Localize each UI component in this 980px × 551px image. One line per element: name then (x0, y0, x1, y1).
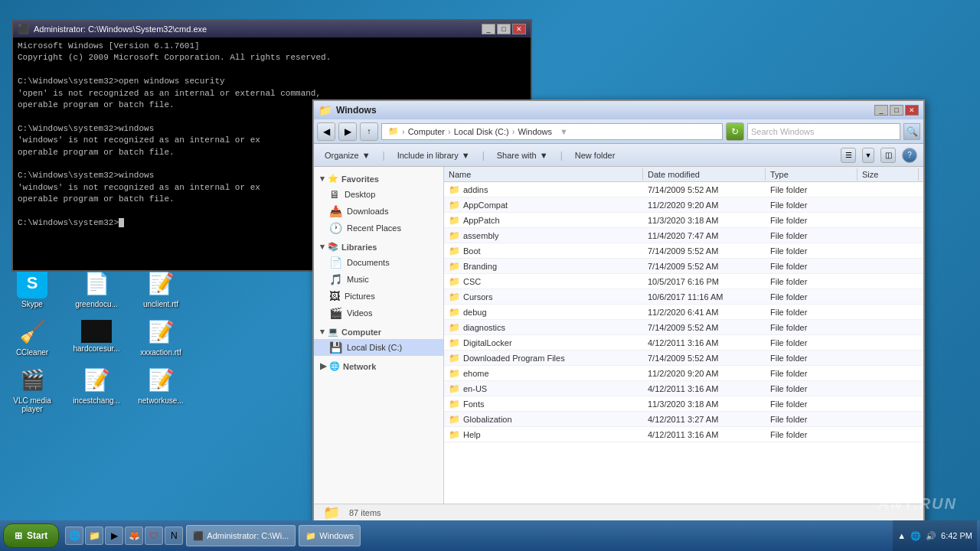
start-label: Start (27, 530, 47, 541)
file-type-cell: File folder (766, 276, 858, 288)
desktop-icon-netuse[interactable]: 📝 networkuse... (136, 364, 185, 413)
column-name[interactable]: Name (444, 168, 643, 181)
sidebar-computer-header[interactable]: ▾ 💻 Computer (314, 324, 443, 339)
libraries-icon: 📚 (328, 242, 338, 252)
refresh-button[interactable]: ↻ (726, 122, 744, 141)
table-row[interactable]: 📁 AppCompat 11/2/2020 9:20 AM File folde… (444, 197, 923, 213)
explorer-restore-btn[interactable]: □ (890, 105, 903, 116)
firefox-taskbar-btn[interactable]: 🦊 (125, 527, 143, 545)
desktop-icon-vlc[interactable]: 🎬 VLC media player (8, 364, 57, 413)
file-type-cell: File folder (766, 352, 858, 364)
videos-sidebar-label: Videos (347, 308, 372, 318)
share-with-dropdown-icon: ▼ (540, 151, 548, 160)
table-row[interactable]: 📁 AppPatch 11/3/2020 3:18 AM File folder (444, 213, 923, 228)
table-row[interactable]: 📁 addins 7/14/2009 5:52 AM File folder (444, 182, 923, 197)
sidebar-favorites-header[interactable]: ▾ ⭐ Favorites (314, 171, 443, 186)
sidebar-item-desktop[interactable]: 🖥 Desktop (314, 186, 443, 203)
desktop-icon-incest[interactable]: 📝 incestchang... (72, 364, 121, 413)
view-details-button[interactable]: ☰ (841, 148, 856, 163)
sidebar-item-music[interactable]: 🎵 Music (314, 271, 443, 288)
table-row[interactable]: 📁 Help 4/12/2011 3:16 AM File folder (444, 427, 923, 442)
help-button[interactable]: ? (902, 148, 917, 163)
file-date-cell: 4/12/2011 3:16 AM (643, 337, 766, 349)
new-folder-button[interactable]: New folder (570, 149, 620, 161)
table-row[interactable]: 📁 CSC 10/5/2017 6:16 PM File folder (444, 274, 923, 289)
column-date[interactable]: Date modified (643, 168, 766, 181)
file-size-cell (858, 387, 919, 390)
sidebar-item-documents[interactable]: 📄 Documents (314, 254, 443, 271)
table-row[interactable]: 📁 Cursors 10/6/2017 11:16 AM File folder (444, 289, 923, 305)
favorites-label: Favorites (341, 174, 379, 184)
table-row[interactable]: 📁 Boot 7/14/2009 5:52 AM File folder (444, 243, 923, 259)
nvidea-taskbar-btn[interactable]: N (165, 527, 183, 545)
breadcrumb-computer[interactable]: Computer (407, 127, 446, 136)
column-size[interactable]: Size (858, 168, 919, 181)
view-dropdown-button[interactable]: ▼ (862, 148, 874, 163)
shield-taskbar-btn[interactable]: 🛡 (145, 527, 163, 545)
folder-icon: 📁 (449, 337, 460, 348)
cmd-restore-btn[interactable]: □ (497, 24, 511, 34)
explorer-body: ▾ ⭐ Favorites 🖥 Desktop 📥 Downloads 🕐 (314, 167, 923, 504)
tray-expand-icon[interactable]: ▲ (897, 531, 906, 540)
preview-pane-button[interactable]: ◫ (880, 148, 896, 163)
explorer-minimize-btn[interactable]: _ (874, 105, 888, 116)
desktop-icon-xxxaction[interactable]: 📝 xxxaction.rtf (136, 316, 185, 357)
mediaplayer-taskbar-btn[interactable]: ▶ (105, 527, 123, 545)
table-row[interactable]: 📁 en-US 4/12/2011 3:16 AM File folder (444, 381, 923, 396)
breadcrumb-localdisk[interactable]: Local Disk (C:) (452, 127, 511, 136)
sidebar-libraries-header[interactable]: ▾ 📚 Libraries (314, 240, 443, 254)
desktop-icon-hardsur[interactable]: hardcoresur... (72, 316, 121, 357)
column-type[interactable]: Type (766, 168, 858, 181)
ie-taskbar-btn[interactable]: 🌐 (65, 527, 83, 545)
file-name: Fonts (463, 399, 485, 409)
sidebar-network-header[interactable]: ▶ 🌐 Network (314, 359, 443, 373)
table-row[interactable]: 📁 Fonts 11/3/2020 3:18 AM File folder (444, 396, 923, 412)
table-row[interactable]: 📁 Downloaded Program Files 7/14/2009 5:5… (444, 350, 923, 366)
sidebar-item-localdisk[interactable]: 💾 Local Disk (C:) (314, 339, 443, 356)
search-box[interactable]: Search Windows (747, 123, 900, 140)
table-row[interactable]: 📁 DigitalLocker 4/12/2011 3:16 AM File f… (444, 335, 923, 350)
address-dropdown-arrow[interactable]: ▼ (560, 127, 568, 136)
cmd-taskbar-btn[interactable]: ⬛ Administrator: C:\Wi... (186, 525, 296, 546)
file-name: en-US (463, 384, 487, 393)
table-row[interactable]: 📁 Globalization 4/12/2011 3:27 AM File f… (444, 412, 923, 427)
volume-tray-icon[interactable]: 🔊 (926, 531, 936, 541)
table-row[interactable]: 📁 Branding 7/14/2009 5:52 AM File folder (444, 259, 923, 274)
sidebar-section-favorites: ▾ ⭐ Favorites 🖥 Desktop 📥 Downloads 🕐 (314, 171, 443, 236)
up-button[interactable]: ↑ (360, 122, 378, 141)
breadcrumb-windows[interactable]: Windows (516, 127, 554, 136)
sidebar-item-videos[interactable]: 🎬 Videos (314, 305, 443, 321)
search-button[interactable]: 🔍 (903, 123, 920, 140)
cmd-taskbar-label: Administrator: C:\Wi... (207, 531, 289, 540)
desktop-icon-ccleaner[interactable]: 🧹 CCleaner (8, 316, 57, 357)
desktop-icon-greendoc[interactable]: 📄 greendocu... (72, 268, 121, 308)
organize-button[interactable]: Organize ▼ (320, 149, 375, 161)
explorer-close-btn[interactable]: ✕ (905, 105, 919, 116)
include-library-button[interactable]: Include in library ▼ (393, 149, 475, 161)
file-name-cell: 📁 ehome (444, 367, 643, 380)
network-tray-icon[interactable]: 🌐 (910, 531, 921, 541)
cmd-minimize-btn[interactable]: _ (482, 24, 495, 34)
table-row[interactable]: 📁 diagnostics 7/14/2009 5:52 AM File fol… (444, 320, 923, 335)
table-row[interactable]: 📁 ehome 11/2/2020 9:20 AM File folder (444, 366, 923, 381)
table-row[interactable]: 📁 assembly 11/4/2020 7:47 AM File folder (444, 228, 923, 243)
sidebar-item-downloads[interactable]: 📥 Downloads (314, 203, 443, 220)
explorer-title-icon: 📁 (318, 104, 332, 116)
explorer-window-taskbar-btn[interactable]: 📁 Windows (299, 525, 361, 546)
table-row[interactable]: 📁 debug 11/2/2020 6:41 AM File folder (444, 305, 923, 320)
clock-display[interactable]: 6:42 PM (941, 531, 972, 540)
file-type-cell: File folder (766, 230, 858, 242)
explorer-taskbar-btn[interactable]: 📁 (85, 527, 103, 545)
share-with-button[interactable]: Share with ▼ (492, 149, 553, 161)
back-button[interactable]: ◀ (317, 122, 335, 141)
cmd-taskbar-icon: ⬛ (193, 531, 204, 541)
sidebar-item-pictures[interactable]: 🖼 Pictures (314, 288, 443, 305)
forward-button[interactable]: ▶ (338, 122, 357, 141)
file-name-cell: 📁 Downloaded Program Files (444, 351, 643, 365)
start-button[interactable]: ⊞ Start (3, 523, 59, 548)
cmd-close-btn[interactable]: ✕ (512, 24, 526, 34)
desktop-icon-skype[interactable]: S Skype (8, 268, 57, 308)
desktop-icon-unclient[interactable]: 📝 unclient.rtf (136, 268, 185, 308)
address-bar[interactable]: 📁 › Computer › Local Disk (C:) › Windows… (381, 123, 723, 140)
sidebar-item-recentplaces[interactable]: 🕐 Recent Places (314, 220, 443, 236)
